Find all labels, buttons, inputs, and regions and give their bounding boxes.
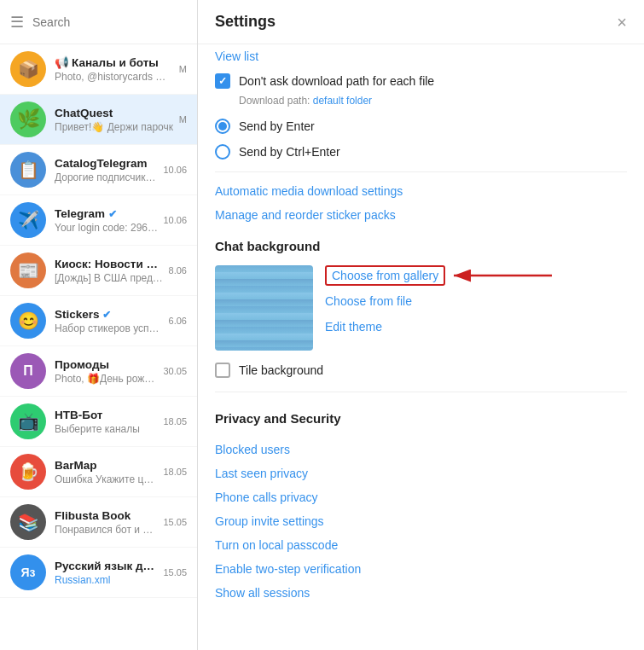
chat-preview: Photo, 🎁День рождение bbox=[55, 373, 158, 385]
avatar: ✈️ bbox=[10, 202, 46, 238]
two-step-link[interactable]: Enable two-step verification bbox=[215, 557, 627, 581]
chat-preview: Привет!👋 Держи парочк bbox=[55, 121, 174, 133]
chat-time: 8.06 bbox=[169, 265, 187, 276]
auto-media-link[interactable]: Automatic media download settings bbox=[215, 179, 627, 203]
avatar: 🍺 bbox=[10, 454, 46, 490]
settings-header: Settings × bbox=[198, 0, 644, 44]
chat-preview: Ошибка Укажите целое чи bbox=[55, 473, 158, 485]
chat-time: 30.05 bbox=[163, 366, 187, 376]
list-item[interactable]: 📋 CatalogTelegram Дорогие подписчики! Пр… bbox=[0, 145, 197, 195]
chat-preview: Your login code: 29639 This bbox=[55, 222, 158, 234]
avatar: 📰 bbox=[10, 252, 46, 288]
avatar: 🌿 bbox=[10, 102, 46, 137]
chat-time: 15.05 bbox=[163, 517, 187, 527]
close-icon[interactable]: × bbox=[617, 14, 627, 31]
list-item[interactable]: 🍺 BarMap Ошибка Укажите целое чи 18.05 bbox=[0, 447, 197, 497]
chat-preview: Photo, @historycards — ка bbox=[55, 71, 174, 83]
chat-preview: Выберите каналы bbox=[55, 423, 158, 435]
list-item[interactable]: 😊 Stickers ✔ Набор стикеров успешно 6.06 bbox=[0, 296, 197, 346]
list-item[interactable]: 🌿 ChatQuest Привет!👋 Держи парочк М bbox=[0, 95, 197, 145]
list-item[interactable]: 📦 📢Каналы и боты Photo, @historycards — … bbox=[0, 44, 197, 95]
dont-ask-download-row: ✓ Don't ask download path for each file bbox=[215, 68, 627, 94]
dont-ask-download-checkbox[interactable]: ✓ bbox=[215, 73, 230, 89]
chat-preview: Понравился бот и есть п bbox=[55, 524, 158, 536]
chat-time: 18.05 bbox=[163, 416, 187, 427]
chat-preview: [Дождь] В США предъяви bbox=[55, 272, 164, 284]
red-arrow-annotation bbox=[445, 263, 556, 288]
show-sessions-link[interactable]: Show all sessions bbox=[215, 581, 627, 605]
chat-time: 6.06 bbox=[169, 316, 187, 326]
manage-sticker-link[interactable]: Manage and reorder sticker packs bbox=[215, 203, 627, 227]
chat-time: 10.06 bbox=[163, 165, 187, 175]
search-input[interactable] bbox=[32, 15, 187, 29]
chat-name: ChatQuest bbox=[55, 107, 174, 119]
tile-background-row: Tile background bbox=[215, 357, 627, 383]
avatar: П bbox=[10, 353, 46, 389]
chat-preview: Набор стикеров успешно bbox=[55, 322, 164, 334]
download-path-row: Download path: default folder bbox=[215, 95, 627, 107]
privacy-security-title: Privacy and Security bbox=[215, 399, 627, 431]
settings-body: View list ✓ Don't ask download path for … bbox=[198, 44, 644, 650]
avatar: 😊 bbox=[10, 303, 46, 339]
avatar: Яз bbox=[10, 554, 46, 590]
chat-name: НТВ-Бот bbox=[55, 409, 158, 421]
phone-calls-privacy-link[interactable]: Phone calls privacy bbox=[215, 485, 627, 509]
avatar: 📺 bbox=[10, 403, 46, 439]
settings-panel: Settings × View list ✓ Don't ask downloa… bbox=[198, 0, 644, 650]
send-by-ctrl-enter-row: Send by Ctrl+Enter bbox=[215, 139, 627, 165]
list-item[interactable]: П Промоды Photo, 🎁День рождение 30.05 bbox=[0, 346, 197, 397]
chat-time: 18.05 bbox=[163, 467, 187, 477]
chat-name: BarMap bbox=[55, 459, 158, 472]
chat-preview: Дорогие подписчики! При bbox=[55, 171, 158, 183]
choose-from-gallery-link[interactable]: Choose from gallery bbox=[325, 265, 445, 286]
chat-time: М bbox=[179, 114, 187, 125]
list-item[interactable]: ✈️ Telegram ✔ Your login code: 29639 Thi… bbox=[0, 195, 197, 246]
avatar: 📦 bbox=[10, 51, 46, 87]
choose-from-file-link[interactable]: Choose from file bbox=[325, 289, 445, 313]
sidebar-header: ☰ bbox=[0, 0, 197, 44]
dont-ask-download-label: Don't ask download path for each file bbox=[239, 74, 434, 88]
tile-background-checkbox[interactable] bbox=[215, 363, 230, 378]
chat-list: 📦 📢Каналы и боты Photo, @historycards — … bbox=[0, 44, 197, 650]
chat-time: 10.06 bbox=[163, 215, 187, 225]
chat-name: Stickers ✔ bbox=[55, 308, 164, 321]
list-item[interactable]: 📰 Киоск: Новости Ро... [Дождь] В США пре… bbox=[0, 246, 197, 296]
send-by-enter-label: Send by Enter bbox=[239, 119, 315, 133]
chat-time: М bbox=[179, 64, 187, 74]
local-passcode-link[interactable]: Turn on local passcode bbox=[215, 533, 627, 557]
last-seen-privacy-link[interactable]: Last seen privacy bbox=[215, 461, 627, 485]
view-list-link[interactable]: View list bbox=[215, 44, 627, 68]
background-options: Choose from gallery Choose from file Edi… bbox=[325, 265, 445, 339]
download-path-link[interactable]: default folder bbox=[313, 95, 372, 107]
chat-name: Русский язык для ... bbox=[55, 560, 158, 572]
tile-background-label: Tile background bbox=[239, 363, 323, 377]
send-by-enter-row: Send by Enter bbox=[215, 113, 627, 139]
chat-name: Flibusta Book bbox=[55, 509, 158, 522]
chat-preview: Russian.xml bbox=[55, 574, 158, 586]
send-by-enter-radio[interactable] bbox=[215, 119, 230, 134]
chat-name: 📢Каналы и боты bbox=[55, 55, 174, 69]
chat-background-title: Chat background bbox=[215, 227, 627, 258]
avatar: 📋 bbox=[10, 152, 46, 188]
edit-theme-link[interactable]: Edit theme bbox=[325, 315, 445, 339]
chat-name: Киоск: Новости Ро... bbox=[55, 258, 164, 270]
chat-name: CatalogTelegram bbox=[55, 157, 158, 170]
chat-name: Промоды bbox=[55, 358, 158, 371]
group-invite-settings-link[interactable]: Group invite settings bbox=[215, 509, 627, 533]
settings-title: Settings bbox=[215, 13, 276, 31]
sidebar: ☰ 📦 📢Каналы и боты Photo, @historycards … bbox=[0, 0, 198, 650]
list-item[interactable]: Яз Русский язык для ... Russian.xml 15.0… bbox=[0, 548, 197, 598]
chat-background-container: Choose from gallery Choose from file Edi… bbox=[215, 265, 627, 351]
blocked-users-link[interactable]: Blocked users bbox=[215, 438, 627, 461]
background-preview bbox=[215, 265, 313, 351]
list-item[interactable]: 📺 НТВ-Бот Выберите каналы 18.05 bbox=[0, 397, 197, 447]
avatar: 📚 bbox=[10, 504, 46, 540]
privacy-section: Blocked users Last seen privacy Phone ca… bbox=[215, 438, 627, 605]
send-by-ctrl-enter-label: Send by Ctrl+Enter bbox=[239, 145, 340, 159]
chat-name: Telegram ✔ bbox=[55, 207, 158, 220]
send-by-ctrl-enter-radio[interactable] bbox=[215, 144, 230, 160]
list-item[interactable]: 📚 Flibusta Book Понравился бот и есть п … bbox=[0, 497, 197, 548]
hamburger-icon[interactable]: ☰ bbox=[10, 13, 24, 32]
chat-time: 15.05 bbox=[163, 567, 187, 577]
